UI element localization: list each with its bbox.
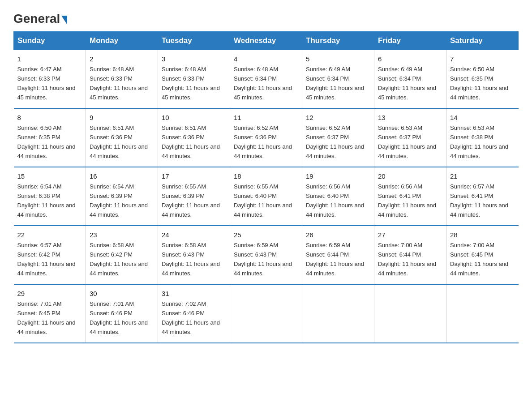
column-header-thursday: Thursday <box>302 32 374 50</box>
day-info: Sunrise: 6:47 AMSunset: 6:33 PMDaylight:… <box>17 66 76 101</box>
day-info: Sunrise: 6:55 AMSunset: 6:39 PMDaylight:… <box>162 183 220 218</box>
day-number: 9 <box>90 112 154 123</box>
week-row-4: 22Sunrise: 6:57 AMSunset: 6:42 PMDayligh… <box>14 226 519 284</box>
calendar-cell: 30Sunrise: 7:01 AMSunset: 6:46 PMDayligh… <box>86 284 158 343</box>
day-number: 19 <box>306 171 370 181</box>
calendar-cell: 18Sunrise: 6:55 AMSunset: 6:40 PMDayligh… <box>230 167 302 226</box>
day-info: Sunrise: 7:00 AMSunset: 6:45 PMDaylight:… <box>450 242 508 277</box>
day-info: Sunrise: 7:00 AMSunset: 6:44 PMDaylight:… <box>378 242 436 277</box>
day-number: 23 <box>90 230 154 240</box>
calendar-cell: 3Sunrise: 6:48 AMSunset: 6:33 PMDaylight… <box>158 50 230 108</box>
week-row-5: 29Sunrise: 7:01 AMSunset: 6:45 PMDayligh… <box>14 284 519 343</box>
day-info: Sunrise: 6:51 AMSunset: 6:36 PMDaylight:… <box>162 124 220 159</box>
day-info: Sunrise: 7:01 AMSunset: 6:46 PMDaylight:… <box>90 300 148 335</box>
calendar-cell <box>446 284 519 343</box>
week-row-1: 1Sunrise: 6:47 AMSunset: 6:33 PMDaylight… <box>14 50 519 108</box>
calendar-cell: 26Sunrise: 6:59 AMSunset: 6:44 PMDayligh… <box>302 226 374 284</box>
calendar-cell: 12Sunrise: 6:52 AMSunset: 6:37 PMDayligh… <box>302 108 374 167</box>
day-number: 16 <box>90 171 154 181</box>
calendar-cell <box>302 284 374 343</box>
day-number: 8 <box>17 112 82 123</box>
calendar-cell: 15Sunrise: 6:54 AMSunset: 6:38 PMDayligh… <box>14 167 86 226</box>
column-header-monday: Monday <box>86 32 158 50</box>
day-info: Sunrise: 6:56 AMSunset: 6:41 PMDaylight:… <box>378 183 436 218</box>
calendar-cell: 27Sunrise: 7:00 AMSunset: 6:44 PMDayligh… <box>374 226 446 284</box>
day-info: Sunrise: 6:54 AMSunset: 6:39 PMDaylight:… <box>90 183 148 218</box>
calendar-cell: 1Sunrise: 6:47 AMSunset: 6:33 PMDaylight… <box>14 50 86 108</box>
day-number: 30 <box>90 288 154 299</box>
calendar-cell: 25Sunrise: 6:59 AMSunset: 6:43 PMDayligh… <box>230 226 302 284</box>
logo-triangle-icon <box>61 16 67 25</box>
day-info: Sunrise: 6:57 AMSunset: 6:41 PMDaylight:… <box>450 183 508 218</box>
day-info: Sunrise: 6:52 AMSunset: 6:37 PMDaylight:… <box>306 124 364 159</box>
calendar-cell: 9Sunrise: 6:51 AMSunset: 6:36 PMDaylight… <box>86 108 158 167</box>
page-header: General <box>13 9 519 24</box>
column-header-sunday: Sunday <box>14 32 86 50</box>
day-number: 10 <box>162 112 226 123</box>
calendar-cell: 13Sunrise: 6:53 AMSunset: 6:37 PMDayligh… <box>374 108 446 167</box>
day-number: 18 <box>234 171 298 181</box>
day-number: 7 <box>450 54 515 64</box>
calendar-cell: 21Sunrise: 6:57 AMSunset: 6:41 PMDayligh… <box>446 167 519 226</box>
day-info: Sunrise: 6:58 AMSunset: 6:43 PMDaylight:… <box>162 242 220 277</box>
day-number: 22 <box>17 230 82 240</box>
day-info: Sunrise: 6:52 AMSunset: 6:36 PMDaylight:… <box>234 124 292 159</box>
day-info: Sunrise: 6:50 AMSunset: 6:35 PMDaylight:… <box>450 66 508 101</box>
day-number: 3 <box>162 54 226 64</box>
calendar-cell: 22Sunrise: 6:57 AMSunset: 6:42 PMDayligh… <box>14 226 86 284</box>
day-number: 11 <box>234 112 298 123</box>
day-number: 17 <box>162 171 226 181</box>
calendar-header-row: SundayMondayTuesdayWednesdayThursdayFrid… <box>14 32 519 50</box>
day-number: 14 <box>450 112 515 123</box>
day-number: 4 <box>234 54 298 64</box>
day-info: Sunrise: 6:58 AMSunset: 6:42 PMDaylight:… <box>90 242 148 277</box>
day-number: 31 <box>162 288 226 299</box>
day-info: Sunrise: 6:48 AMSunset: 6:34 PMDaylight:… <box>234 66 292 101</box>
calendar-cell: 16Sunrise: 6:54 AMSunset: 6:39 PMDayligh… <box>86 167 158 226</box>
day-info: Sunrise: 6:48 AMSunset: 6:33 PMDaylight:… <box>90 66 148 101</box>
day-info: Sunrise: 6:51 AMSunset: 6:36 PMDaylight:… <box>90 124 148 159</box>
calendar-cell: 11Sunrise: 6:52 AMSunset: 6:36 PMDayligh… <box>230 108 302 167</box>
calendar-cell: 8Sunrise: 6:50 AMSunset: 6:35 PMDaylight… <box>14 108 86 167</box>
day-info: Sunrise: 6:59 AMSunset: 6:43 PMDaylight:… <box>234 242 292 277</box>
day-info: Sunrise: 6:57 AMSunset: 6:42 PMDaylight:… <box>17 242 76 277</box>
column-header-friday: Friday <box>374 32 446 50</box>
calendar-cell: 5Sunrise: 6:49 AMSunset: 6:34 PMDaylight… <box>302 50 374 108</box>
logo-general: General <box>13 13 60 25</box>
calendar-cell: 28Sunrise: 7:00 AMSunset: 6:45 PMDayligh… <box>446 226 519 284</box>
week-row-3: 15Sunrise: 6:54 AMSunset: 6:38 PMDayligh… <box>14 167 519 226</box>
week-row-2: 8Sunrise: 6:50 AMSunset: 6:35 PMDaylight… <box>14 108 519 167</box>
day-info: Sunrise: 6:53 AMSunset: 6:38 PMDaylight:… <box>450 124 508 159</box>
day-info: Sunrise: 7:02 AMSunset: 6:46 PMDaylight:… <box>162 300 220 335</box>
day-number: 24 <box>162 230 226 240</box>
column-header-tuesday: Tuesday <box>158 32 230 50</box>
calendar-cell: 10Sunrise: 6:51 AMSunset: 6:36 PMDayligh… <box>158 108 230 167</box>
column-header-wednesday: Wednesday <box>230 32 302 50</box>
day-number: 1 <box>17 54 82 64</box>
day-number: 27 <box>378 230 442 240</box>
day-number: 15 <box>17 171 82 181</box>
day-info: Sunrise: 6:50 AMSunset: 6:35 PMDaylight:… <box>17 124 76 159</box>
day-number: 13 <box>378 112 442 123</box>
calendar-cell: 24Sunrise: 6:58 AMSunset: 6:43 PMDayligh… <box>158 226 230 284</box>
day-number: 5 <box>306 54 370 64</box>
calendar-cell: 2Sunrise: 6:48 AMSunset: 6:33 PMDaylight… <box>86 50 158 108</box>
calendar-cell: 19Sunrise: 6:56 AMSunset: 6:40 PMDayligh… <box>302 167 374 226</box>
day-number: 26 <box>306 230 370 240</box>
calendar-cell: 7Sunrise: 6:50 AMSunset: 6:35 PMDaylight… <box>446 50 519 108</box>
calendar-cell: 29Sunrise: 7:01 AMSunset: 6:45 PMDayligh… <box>14 284 86 343</box>
calendar-cell: 6Sunrise: 6:49 AMSunset: 6:34 PMDaylight… <box>374 50 446 108</box>
day-info: Sunrise: 6:56 AMSunset: 6:40 PMDaylight:… <box>306 183 364 218</box>
day-number: 21 <box>450 171 515 181</box>
logo: General <box>13 13 67 24</box>
day-number: 25 <box>234 230 298 240</box>
calendar-cell: 31Sunrise: 7:02 AMSunset: 6:46 PMDayligh… <box>158 284 230 343</box>
calendar-cell <box>230 284 302 343</box>
calendar-table: SundayMondayTuesdayWednesdayThursdayFrid… <box>13 31 519 343</box>
calendar-cell: 20Sunrise: 6:56 AMSunset: 6:41 PMDayligh… <box>374 167 446 226</box>
day-number: 6 <box>378 54 442 64</box>
day-info: Sunrise: 7:01 AMSunset: 6:45 PMDaylight:… <box>17 300 76 335</box>
column-header-saturday: Saturday <box>446 32 519 50</box>
day-number: 12 <box>306 112 370 123</box>
day-number: 29 <box>17 288 82 299</box>
